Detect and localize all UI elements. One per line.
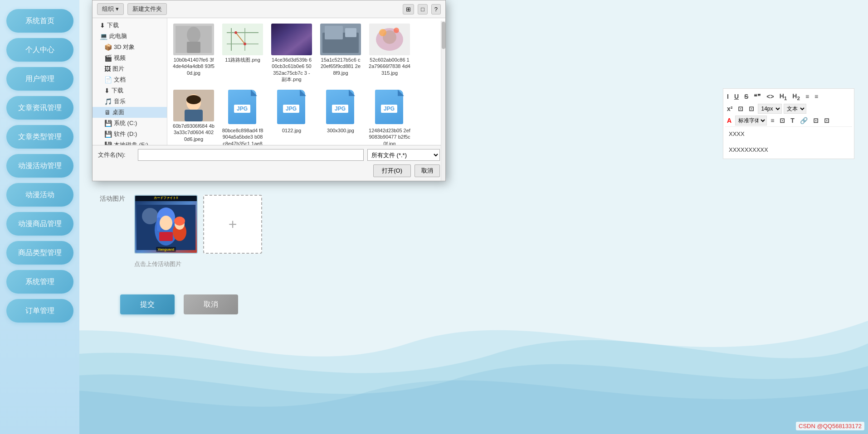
add-image-box[interactable]: + <box>203 195 262 254</box>
file-name-3: 14ce36d3d539b 600cb3c61b0e6 50352ac75cb7… <box>271 57 312 82</box>
sidebar-item-article-types[interactable]: 文章类型管理 <box>6 125 73 149</box>
sidebar-item-profile[interactable]: 个人中心 <box>6 38 73 62</box>
rte-content-area[interactable]: XXXX XXXXXXXXXX <box>725 126 852 157</box>
file-item-6[interactable]: 60b7d9306f684 4b3a33c7d0604 4020d6.jpeg <box>171 88 216 145</box>
file-grid[interactable]: 10b0b41407fe6 3f4de4d4a4db8 93f50d.jpg <box>167 18 445 145</box>
rte-clear-btn[interactable]: T <box>789 116 796 125</box>
sidebar-item-dashboard[interactable]: 系统首页 <box>6 9 73 33</box>
help-button[interactable]: ? <box>431 4 441 14</box>
nav-item-drive-c[interactable]: 💾 系统 (C:) <box>93 118 167 129</box>
file-item-10[interactable]: JPG 124842d23b05 2ef9083b90477 b2f5c0f.j… <box>367 88 412 145</box>
file-thumb-4 <box>320 24 361 55</box>
nav-item-drive-d[interactable]: 💾 软件 (D:) <box>93 129 167 140</box>
file-item-5[interactable]: 52c602ab00c86 12a79666f7838 4d4315.jpg <box>367 22 412 84</box>
sidebar-item-goods-types[interactable]: 商品类型管理 <box>6 241 73 265</box>
svg-point-30 <box>379 29 386 36</box>
rte-format-select[interactable]: 文本 <box>784 104 806 114</box>
sidebar: 系统首页 个人中心 用户管理 文章资讯管理 文章类型管理 动漫活动管理 动漫活动… <box>0 0 79 434</box>
svg-rect-25 <box>325 26 343 39</box>
rte-font-family-select[interactable]: 标准字体 <box>735 116 767 125</box>
file-item-2[interactable]: 11路路线图.png <box>220 22 265 84</box>
file-item-8[interactable]: JPG 0122.jpg <box>269 88 314 145</box>
sidebar-item-system[interactable]: 系统管理 <box>6 270 73 294</box>
filetype-select[interactable]: 所有文件 (*.*) <box>367 149 440 161</box>
drive-f-icon: 💾 <box>104 141 112 145</box>
nav-tree: ⬇ 下载 💻 此电脑 📦 3D 对象 🎬 视频 🖼 图片 <box>93 18 167 145</box>
sidebar-item-anime-goods[interactable]: 动漫商品管理 <box>6 212 73 236</box>
rte-code-btn[interactable]: <> <box>765 92 775 101</box>
organize-button[interactable]: 组织 ▾ <box>97 3 124 15</box>
rte-h2-btn[interactable]: H2 <box>790 92 802 102</box>
nav-label-3dobjects: 3D 对象 <box>114 43 135 51</box>
file-name-7: 80bce8c898ad4 f8904a5a5bde3 b08c8e47b35c… <box>222 127 263 145</box>
rte-align-btn[interactable]: ≡ <box>769 116 776 125</box>
rich-text-editor-toolbar: I U S ❝❞ <> H1 H2 ≡ ≡ x² ⊡ ⊡ 14px 12px 1… <box>723 88 854 159</box>
rte-img-btn[interactable]: ⊡ <box>811 116 820 125</box>
sidebar-label-profile: 个人中心 <box>25 45 54 55</box>
nav-item-music[interactable]: 🎵 音乐 <box>93 96 167 107</box>
rte-indent-btn[interactable]: ⊡ <box>736 104 745 113</box>
cancel-dialog-button[interactable]: 取消 <box>414 164 440 177</box>
scroll-thumb[interactable] <box>442 22 445 49</box>
3dobjects-icon: 📦 <box>104 43 112 51</box>
view-button[interactable]: ⊞ <box>403 4 414 14</box>
rte-italic-btn[interactable]: I <box>725 92 731 101</box>
nav-item-thispc[interactable]: 💻 此电脑 <box>93 31 167 42</box>
new-folder-button[interactable]: 新建文件夹 <box>127 3 167 15</box>
sidebar-label-dashboard: 系统首页 <box>25 16 54 26</box>
sidebar-item-articles[interactable]: 文章资讯管理 <box>6 96 73 120</box>
open-file-button[interactable]: 打开(O) <box>373 164 411 177</box>
rte-table-btn[interactable]: ⊡ <box>778 116 787 125</box>
svg-rect-14 <box>222 24 263 55</box>
cancel-form-button[interactable]: 取消 <box>184 294 238 314</box>
rte-video-btn[interactable]: ⊡ <box>822 116 831 125</box>
nav-item-drive-f[interactable]: 💾 本地磁盘 (F:) <box>93 140 167 145</box>
thumb-svg-3 <box>271 24 312 55</box>
nav-label-download1: 下载 <box>107 21 119 29</box>
nav-item-documents[interactable]: 📄 文档 <box>93 74 167 85</box>
sidebar-item-anime-activities[interactable]: 动漫活动管理 <box>6 154 73 178</box>
nav-item-desktop[interactable]: 🖥 桌面 <box>93 107 167 118</box>
sidebar-item-orders[interactable]: 订单管理 <box>6 299 73 323</box>
svg-point-31 <box>394 28 399 33</box>
file-name-5: 52c602ab00c86 12a79666f7838 4d4315.jpg <box>369 57 410 76</box>
sidebar-item-users[interactable]: 用户管理 <box>6 67 73 91</box>
nav-label-documents: 文档 <box>114 76 126 84</box>
rte-fontcolor-btn[interactable]: A <box>725 116 733 125</box>
file-name-2: 11路路线图.png <box>225 57 260 63</box>
preview-button[interactable]: □ <box>418 4 428 14</box>
filename-input[interactable] <box>138 149 364 161</box>
file-grid-scrollbar[interactable] <box>441 21 445 145</box>
rte-font-size-select[interactable]: 14px 12px 16px 18px <box>758 104 782 114</box>
file-name-9: 300x300.jpg <box>327 127 354 134</box>
file-item-1[interactable]: 10b0b41407fe6 3f4de4d4a4db8 93f50d.jpg <box>171 22 216 84</box>
file-thumb-3 <box>271 24 312 55</box>
vanguard-card-art: カードファイト!! <box>135 195 197 254</box>
nav-item-download1[interactable]: ⬇ 下载 <box>93 20 167 31</box>
rte-h1-btn[interactable]: H1 <box>778 92 789 102</box>
file-item-4[interactable]: 15a1c5217b5c6 c20ef65f9cd881 2e8f9.jpg <box>318 22 363 84</box>
rte-underline-btn[interactable]: U <box>732 92 741 101</box>
rte-ul-btn[interactable]: ≡ <box>813 92 820 101</box>
file-item-3[interactable]: 14ce36d3d539b 600cb3c61b0e6 50352ac75cb7… <box>269 22 314 84</box>
rte-quote-btn[interactable]: ❝❞ <box>752 92 763 101</box>
file-item-9[interactable]: JPG 300x300.jpg <box>318 88 363 145</box>
rte-superscript-btn[interactable]: x² <box>725 104 734 113</box>
nav-label-music: 音乐 <box>114 97 126 106</box>
submit-button[interactable]: 提交 <box>120 294 175 314</box>
rte-outdent-btn[interactable]: ⊡ <box>747 104 756 113</box>
rte-link-btn[interactable]: 🔗 <box>798 116 809 125</box>
sidebar-item-anime-activity[interactable]: 动漫活动 <box>6 183 73 207</box>
file-item-7[interactable]: JPG 80bce8c898ad4 f8904a5a5bde3 b08c8e47… <box>220 88 265 145</box>
activity-upload-section: 活动图片 カードファイト!! <box>100 195 262 268</box>
rte-strikethrough-btn[interactable]: S <box>742 92 750 101</box>
uploaded-image-box[interactable]: カードファイト!! <box>134 195 198 254</box>
nav-item-videos[interactable]: 🎬 视频 <box>93 53 167 63</box>
rte-ol-btn[interactable]: ≡ <box>804 92 811 101</box>
nav-label-drive-d: 软件 (D:) <box>114 130 137 138</box>
nav-item-pictures[interactable]: 🖼 图片 <box>93 63 167 74</box>
nav-item-3dobjects[interactable]: 📦 3D 对象 <box>93 42 167 53</box>
documents-icon: 📄 <box>104 76 112 83</box>
file-name-8: 0122.jpg <box>282 127 301 134</box>
nav-item-download2[interactable]: ⬇ 下载 <box>93 85 167 96</box>
